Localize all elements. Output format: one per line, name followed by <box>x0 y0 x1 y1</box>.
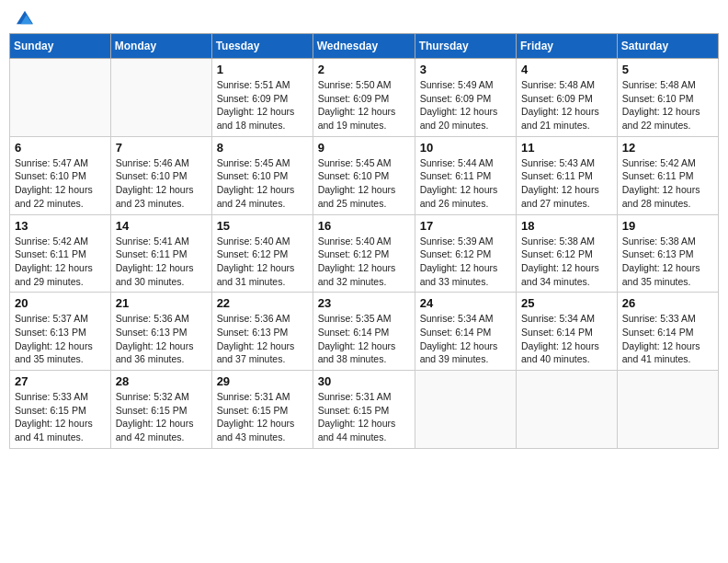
daylight: Daylight: 12 hours and 39 minutes. <box>420 339 511 366</box>
day-number: 21 <box>116 296 207 310</box>
daylight: Daylight: 12 hours and 35 minutes. <box>15 339 106 366</box>
sunset: Sunset: 6:15 PM <box>15 404 106 418</box>
sunrise: Sunrise: 5:44 AM <box>420 156 511 170</box>
daylight: Daylight: 12 hours and 34 minutes. <box>521 261 612 288</box>
calendar-cell: 11 Sunrise: 5:43 AM Sunset: 6:11 PM Dayl… <box>517 136 618 214</box>
daylight: Daylight: 12 hours and 19 minutes. <box>318 105 410 132</box>
day-number: 2 <box>318 63 410 76</box>
calendar-cell: 6 Sunrise: 5:47 AM Sunset: 6:10 PM Dayli… <box>10 136 111 214</box>
day-info: Sunrise: 5:41 AM Sunset: 6:11 PM Dayligh… <box>116 235 207 289</box>
day-number: 8 <box>217 141 308 155</box>
calendar-cell: 17 Sunrise: 5:39 AM Sunset: 6:12 PM Dayl… <box>415 214 516 293</box>
sunrise: Sunrise: 5:33 AM <box>622 312 713 326</box>
calendar-table: Sunday Monday Tuesday Wednesday Thursday… <box>9 33 719 449</box>
day-number: 5 <box>622 63 713 76</box>
day-number: 6 <box>15 141 106 155</box>
calendar-cell: 22 Sunrise: 5:36 AM Sunset: 6:13 PM Dayl… <box>211 293 313 371</box>
calendar-cell: 19 Sunrise: 5:38 AM Sunset: 6:13 PM Dayl… <box>617 214 718 293</box>
calendar-cell: 25 Sunrise: 5:34 AM Sunset: 6:14 PM Dayl… <box>517 293 618 371</box>
daylight: Daylight: 12 hours and 32 minutes. <box>318 261 410 288</box>
calendar-cell: 10 Sunrise: 5:44 AM Sunset: 6:11 PM Dayl… <box>415 136 516 214</box>
sunrise: Sunrise: 5:41 AM <box>116 235 207 248</box>
sunset: Sunset: 6:10 PM <box>116 169 207 183</box>
sunrise: Sunrise: 5:38 AM <box>521 235 612 248</box>
calendar-cell <box>617 371 718 449</box>
sunset: Sunset: 6:12 PM <box>521 247 612 261</box>
sunset: Sunset: 6:12 PM <box>217 247 308 261</box>
day-number: 14 <box>116 219 207 233</box>
day-info: Sunrise: 5:35 AM Sunset: 6:14 PM Dayligh… <box>318 312 410 366</box>
daylight: Daylight: 12 hours and 29 minutes. <box>15 261 106 288</box>
daylight: Daylight: 12 hours and 27 minutes. <box>521 183 612 210</box>
calendar-cell <box>110 59 211 137</box>
sunset: Sunset: 6:09 PM <box>217 92 308 106</box>
day-info: Sunrise: 5:48 AM Sunset: 6:10 PM Dayligh… <box>622 78 713 132</box>
calendar-cell: 4 Sunrise: 5:48 AM Sunset: 6:09 PM Dayli… <box>517 59 618 137</box>
sunset: Sunset: 6:11 PM <box>116 247 207 261</box>
sunrise: Sunrise: 5:33 AM <box>15 390 106 404</box>
daylight: Daylight: 12 hours and 31 minutes. <box>217 261 308 288</box>
daylight: Daylight: 12 hours and 30 minutes. <box>116 261 207 288</box>
sunset: Sunset: 6:10 PM <box>622 92 713 106</box>
calendar-cell: 5 Sunrise: 5:48 AM Sunset: 6:10 PM Dayli… <box>617 59 718 137</box>
calendar-row: 13 Sunrise: 5:42 AM Sunset: 6:11 PM Dayl… <box>10 214 719 293</box>
daylight: Daylight: 12 hours and 35 minutes. <box>622 261 713 288</box>
sunrise: Sunrise: 5:36 AM <box>116 312 207 326</box>
day-info: Sunrise: 5:37 AM Sunset: 6:13 PM Dayligh… <box>15 312 106 366</box>
header-wednesday: Wednesday <box>313 34 415 59</box>
daylight: Daylight: 12 hours and 23 minutes. <box>116 183 207 210</box>
sunset: Sunset: 6:09 PM <box>318 92 410 106</box>
sunrise: Sunrise: 5:35 AM <box>318 312 410 326</box>
day-number: 24 <box>420 296 511 310</box>
day-number: 1 <box>217 63 308 76</box>
sunrise: Sunrise: 5:38 AM <box>622 235 713 248</box>
day-info: Sunrise: 5:50 AM Sunset: 6:09 PM Dayligh… <box>318 78 410 132</box>
day-info: Sunrise: 5:38 AM Sunset: 6:13 PM Dayligh… <box>622 235 713 289</box>
day-number: 3 <box>420 63 511 76</box>
calendar-cell: 3 Sunrise: 5:49 AM Sunset: 6:09 PM Dayli… <box>415 59 516 137</box>
calendar-cell: 15 Sunrise: 5:40 AM Sunset: 6:12 PM Dayl… <box>211 214 313 293</box>
day-number: 4 <box>521 63 612 76</box>
daylight: Daylight: 12 hours and 28 minutes. <box>622 183 713 210</box>
daylight: Daylight: 12 hours and 38 minutes. <box>318 339 410 366</box>
calendar-row: 27 Sunrise: 5:33 AM Sunset: 6:15 PM Dayl… <box>10 371 719 449</box>
calendar-cell: 13 Sunrise: 5:42 AM Sunset: 6:11 PM Dayl… <box>10 214 111 293</box>
day-info: Sunrise: 5:36 AM Sunset: 6:13 PM Dayligh… <box>217 312 308 366</box>
day-number: 30 <box>318 374 410 388</box>
day-number: 12 <box>622 141 713 155</box>
sunset: Sunset: 6:13 PM <box>15 326 106 339</box>
day-info: Sunrise: 5:43 AM Sunset: 6:11 PM Dayligh… <box>521 156 612 211</box>
day-number: 11 <box>521 141 612 155</box>
sunset: Sunset: 6:13 PM <box>217 326 308 339</box>
daylight: Daylight: 12 hours and 40 minutes. <box>521 339 612 366</box>
sunset: Sunset: 6:12 PM <box>318 247 410 261</box>
day-number: 18 <box>521 219 612 233</box>
sunrise: Sunrise: 5:49 AM <box>420 78 511 92</box>
sunrise: Sunrise: 5:31 AM <box>318 390 410 404</box>
day-info: Sunrise: 5:40 AM Sunset: 6:12 PM Dayligh… <box>217 235 308 289</box>
calendar-cell: 7 Sunrise: 5:46 AM Sunset: 6:10 PM Dayli… <box>110 136 211 214</box>
sunrise: Sunrise: 5:47 AM <box>15 156 106 170</box>
header-sunday: Sunday <box>10 34 111 59</box>
daylight: Daylight: 12 hours and 22 minutes. <box>622 105 713 132</box>
daylight: Daylight: 12 hours and 36 minutes. <box>116 339 207 366</box>
day-info: Sunrise: 5:31 AM Sunset: 6:15 PM Dayligh… <box>318 390 410 444</box>
day-number: 15 <box>217 219 308 233</box>
daylight: Daylight: 12 hours and 18 minutes. <box>217 105 308 132</box>
sunrise: Sunrise: 5:51 AM <box>217 78 308 92</box>
sunset: Sunset: 6:14 PM <box>622 326 713 339</box>
day-info: Sunrise: 5:34 AM Sunset: 6:14 PM Dayligh… <box>521 312 612 366</box>
day-info: Sunrise: 5:44 AM Sunset: 6:11 PM Dayligh… <box>420 156 511 211</box>
day-number: 17 <box>420 219 511 233</box>
day-info: Sunrise: 5:33 AM Sunset: 6:14 PM Dayligh… <box>622 312 713 366</box>
day-number: 10 <box>420 141 511 155</box>
header-thursday: Thursday <box>415 34 516 59</box>
sunset: Sunset: 6:10 PM <box>217 169 308 183</box>
sunrise: Sunrise: 5:42 AM <box>15 235 106 248</box>
daylight: Daylight: 12 hours and 44 minutes. <box>318 417 410 443</box>
day-info: Sunrise: 5:36 AM Sunset: 6:13 PM Dayligh… <box>116 312 207 366</box>
page-header <box>9 9 719 26</box>
daylight: Daylight: 12 hours and 22 minutes. <box>15 183 106 210</box>
calendar-cell: 14 Sunrise: 5:41 AM Sunset: 6:11 PM Dayl… <box>110 214 211 293</box>
header-friday: Friday <box>517 34 618 59</box>
